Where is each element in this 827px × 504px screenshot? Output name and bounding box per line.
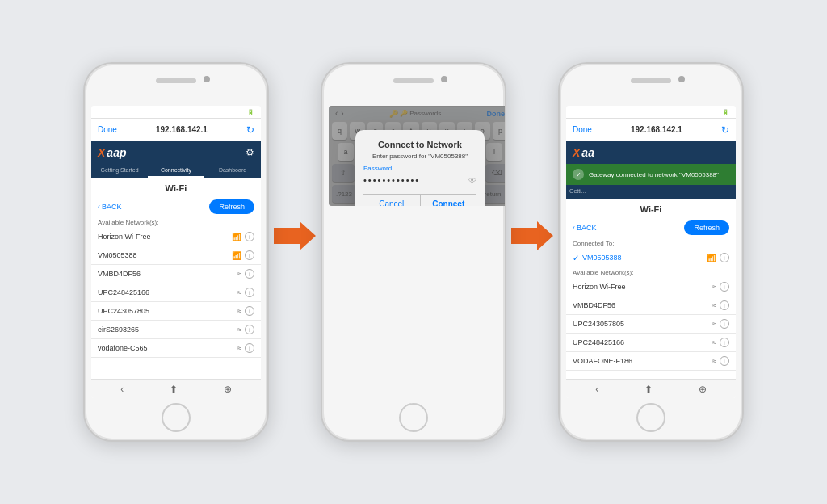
phone2-home-button[interactable] bbox=[399, 403, 428, 432]
phone3-available-label: Available Network(s): bbox=[566, 267, 736, 278]
modal-title: Connect to Network bbox=[363, 140, 476, 149]
phone2-camera bbox=[441, 76, 447, 82]
network-name: UPC248425166 bbox=[573, 338, 624, 346]
phone1-bottom-bar: ‹ ⬆ ⊕ bbox=[91, 379, 261, 398]
tab-connectivity[interactable]: Connectivity bbox=[148, 164, 204, 178]
tab-getting-started[interactable]: Getting Started bbox=[91, 164, 148, 178]
phone3-refresh-button[interactable]: Refresh bbox=[684, 220, 729, 235]
phone3-tabs: Getti... bbox=[566, 185, 736, 200]
phone2: No SIM 令 5:15 PM ▓ 100% Done 192.168.142… bbox=[321, 62, 506, 442]
network-vm0505388[interactable]: VM0505388 📶 i bbox=[91, 246, 261, 265]
network-name: vodafone-C565 bbox=[98, 344, 148, 352]
arrow2-icon bbox=[511, 221, 553, 250]
checkmark-icon: ✓ bbox=[573, 254, 579, 262]
phone3-camera bbox=[678, 76, 685, 82]
success-check-icon: ✓ bbox=[573, 169, 584, 180]
phone1-logo: X aap bbox=[98, 146, 126, 159]
phone1-refresh-button[interactable]: Refresh bbox=[209, 200, 254, 214]
svg-marker-0 bbox=[274, 221, 316, 250]
wifi-icon: ≈ bbox=[712, 320, 716, 328]
network3-vodafone-f186[interactable]: VODAFONE-F186 ≈ i bbox=[566, 352, 736, 371]
svg-marker-1 bbox=[511, 221, 553, 250]
network-name: UPC248425166 bbox=[98, 288, 149, 296]
phone3: 🔋 Done 192.168.142.1 ↻ X aa ✓ bbox=[558, 62, 744, 442]
network3-horizon[interactable]: Horizon Wi-Free ≈ i bbox=[566, 278, 736, 296]
chevron-left-icon: ‹ bbox=[573, 224, 575, 232]
modal-cancel-button[interactable]: Cancel bbox=[363, 195, 420, 206]
network-vmbd4df56[interactable]: VMBD4DF56 ≈ i bbox=[91, 265, 261, 284]
network-name: eirS2693265 bbox=[98, 326, 139, 334]
phone3-back-button[interactable]: ‹ BACK bbox=[573, 224, 597, 232]
eye-icon[interactable]: 👁 bbox=[468, 176, 476, 185]
connected-network-vm0505388[interactable]: ✓ VM0505388 📶 i bbox=[566, 249, 736, 267]
network-horizon-wifi-free[interactable]: Horizon Wi-Free 📶 i bbox=[91, 228, 261, 246]
wifi-icon: ≈ bbox=[237, 344, 241, 352]
info-icon: i bbox=[720, 356, 729, 366]
wifi-icon: ≈ bbox=[712, 338, 716, 346]
phone3-speaker bbox=[631, 78, 671, 83]
bookmark-icon[interactable]: ⊕ bbox=[699, 384, 707, 395]
phone3-content: Wi-Fi ‹ BACK Refresh Connected To: ✓ VM0… bbox=[566, 200, 736, 379]
phone1-done-button[interactable]: Done bbox=[98, 125, 117, 134]
phone1-nav-refresh-icon[interactable]: ↻ bbox=[246, 124, 254, 136]
wifi-icon: ≈ bbox=[237, 288, 241, 296]
bookmark-icon[interactable]: ⊕ bbox=[224, 384, 232, 395]
network3-upc243057805[interactable]: UPC243057805 ≈ i bbox=[566, 315, 736, 334]
network3-upc248425166[interactable]: UPC248425166 ≈ i bbox=[566, 334, 736, 352]
info-icon: i bbox=[720, 300, 729, 310]
info-icon: i bbox=[245, 288, 254, 297]
connected-icons: 📶 i bbox=[707, 253, 729, 262]
phone1-action-row: ‹ BACK Refresh bbox=[91, 196, 261, 217]
network-name: UPC243057805 bbox=[573, 320, 624, 328]
phone3-nav-refresh-icon[interactable]: ↻ bbox=[721, 124, 729, 136]
share-icon[interactable]: ⬆ bbox=[644, 384, 653, 395]
wifi-icon: 📶 bbox=[707, 254, 716, 262]
tab-getting[interactable]: Getti... bbox=[566, 185, 736, 199]
network-name: VM0505388 bbox=[98, 251, 137, 259]
phone1-back-button[interactable]: ‹ BACK bbox=[98, 203, 122, 211]
network-icons: ≈ i bbox=[237, 306, 254, 316]
phone1-nav-title: 192.168.142.1 bbox=[156, 125, 208, 134]
network-upc243057805[interactable]: UPC243057805 ≈ i bbox=[91, 302, 261, 321]
info-icon: i bbox=[245, 306, 254, 316]
back-nav-icon[interactable]: ‹ bbox=[595, 384, 598, 395]
network-icons: ≈ i bbox=[712, 356, 729, 366]
modal-connect-button[interactable]: Connect bbox=[420, 195, 477, 206]
arrow1-icon bbox=[274, 221, 316, 250]
network-name: VMBD4DF56 bbox=[573, 301, 615, 309]
phone2-wrapper: No SIM 令 5:15 PM ▓ 100% Done 192.168.142… bbox=[321, 62, 506, 442]
phone3-home-button[interactable] bbox=[636, 403, 665, 432]
arrow1-wrapper bbox=[274, 221, 316, 250]
phone2-modal-overlay: Connect to Network Enter password for "V… bbox=[329, 106, 506, 206]
network3-vmbd4df56[interactable]: VMBD4DF56 ≈ i bbox=[566, 296, 736, 315]
network-upc248425166[interactable]: UPC248425166 ≈ i bbox=[91, 284, 261, 302]
phone3-wrapper: 🔋 Done 192.168.142.1 ↻ X aa ✓ bbox=[558, 62, 744, 442]
wifi-icon: ≈ bbox=[712, 301, 716, 309]
share-icon[interactable]: ⬆ bbox=[170, 384, 178, 395]
network-name: Horizon Wi-Free bbox=[98, 233, 151, 241]
phone1-status-bar: 🔋 bbox=[91, 106, 261, 119]
info-icon: i bbox=[245, 269, 254, 279]
success-message: Gateway connected to network "VM0505388" bbox=[589, 171, 719, 178]
info-icon: i bbox=[245, 232, 254, 242]
phone1-home-button[interactable] bbox=[162, 403, 191, 432]
phone3-nav-title: 192.168.142.1 bbox=[631, 125, 682, 134]
network-vodafone-c565[interactable]: vodafone-C565 ≈ i bbox=[91, 339, 261, 358]
phone1-wrapper: 🔋 Done 192.168.142.1 ↻ X aap ⚙ bbox=[83, 62, 269, 442]
phone3-status-bar: 🔋 bbox=[566, 106, 736, 119]
logo-text: aa bbox=[581, 146, 594, 159]
network-name: Horizon Wi-Free bbox=[573, 283, 626, 291]
tab-dashboard[interactable]: Dashboard bbox=[204, 164, 261, 178]
back-nav-icon[interactable]: ‹ bbox=[120, 384, 124, 395]
status-right: 🔋 bbox=[247, 109, 254, 116]
password-dots: •••••••••••• bbox=[363, 175, 420, 185]
network-eirs2693265[interactable]: eirS2693265 ≈ i bbox=[91, 321, 261, 339]
phone1-gear-icon[interactable]: ⚙ bbox=[246, 147, 254, 158]
phone2-speaker bbox=[393, 78, 434, 83]
wifi-icon: ≈ bbox=[237, 270, 241, 278]
phone1-camera bbox=[204, 76, 210, 82]
arrow2-wrapper bbox=[511, 221, 553, 250]
network-icons: ≈ i bbox=[712, 338, 729, 347]
phone3-done-button[interactable]: Done bbox=[573, 125, 592, 134]
modal-password-field[interactable]: •••••••••••• 👁 bbox=[363, 174, 476, 187]
